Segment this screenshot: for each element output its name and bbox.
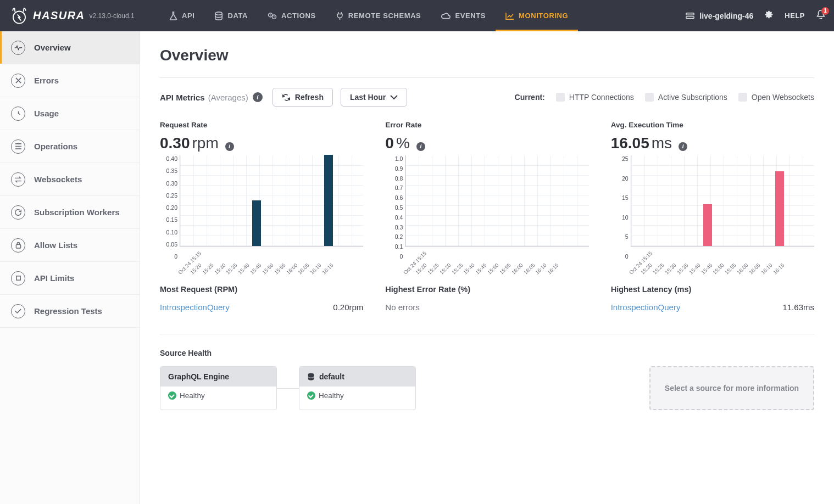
check-circle-icon (168, 391, 176, 400)
chevron-down-icon (390, 95, 398, 100)
source-db-card[interactable]: default Healthy (299, 366, 416, 410)
current-label: Current: (515, 93, 545, 102)
operation-value: 11.63ms (782, 303, 814, 312)
sidebar-item-overview[interactable]: Overview (0, 31, 140, 64)
sidebar-item-operations[interactable]: Operations (0, 130, 140, 163)
metric-title: Request Rate (160, 121, 363, 129)
refresh-icon (11, 205, 25, 220)
cloud-icon (441, 12, 451, 20)
database-icon (307, 373, 315, 381)
time-range-select[interactable]: Last Hour (341, 88, 407, 107)
nav-label: DATA (227, 12, 248, 20)
metric-value: 0 (385, 135, 394, 152)
project-selector[interactable]: live-gelding-46 (685, 12, 753, 20)
source-engine-card[interactable]: GraphQL Engine Healthy (160, 366, 277, 410)
database-icon (214, 12, 223, 20)
flask-icon (169, 12, 177, 20)
clock-icon (11, 107, 25, 121)
sidebar-label: Overview (34, 43, 71, 52)
svg-rect-6 (686, 13, 694, 15)
checkbox-icon (738, 93, 747, 102)
notif-count: 1 (821, 7, 829, 15)
lock-icon (11, 238, 25, 253)
chart-request-rate: 0.400.350.300.250.200.150.100.050 Oct 24… (160, 155, 363, 260)
nav-actions[interactable]: ACTIONS (258, 0, 326, 31)
sidebar-item-errors[interactable]: Errors (0, 64, 140, 97)
version-text: v2.13.0-cloud.1 (90, 12, 135, 20)
operation-link[interactable]: IntrospectionQuery (160, 303, 230, 312)
status-text: Healthy (180, 391, 205, 400)
no-errors-text: No errors (385, 303, 588, 312)
metric-request-rate: Request Rate 0.30rpm i 0.400.350.300.250… (160, 121, 363, 312)
info-icon[interactable]: i (416, 142, 425, 151)
nav-monitoring[interactable]: MONITORING (496, 0, 578, 31)
nav-events[interactable]: EVENTS (431, 0, 496, 31)
toggle-http[interactable]: HTTP Connections (556, 93, 634, 102)
svg-rect-9 (16, 276, 20, 280)
notifications-icon[interactable]: 1 (816, 9, 826, 23)
operation-value: 0.20rpm (333, 303, 363, 312)
source-health-row: GraphQL Engine Healthy default Healthy S… (160, 366, 814, 410)
svg-rect-7 (686, 16, 694, 18)
metric-title: Error Rate (385, 121, 588, 129)
sidebar-label: Websockets (34, 175, 82, 184)
sidebar-label: Errors (34, 76, 59, 85)
check-circle-icon (307, 391, 315, 400)
status-text: Healthy (319, 391, 344, 400)
nav-data[interactable]: DATA (204, 0, 258, 31)
list-icon (11, 139, 25, 154)
brand-block: HASURA v2.13.0-cloud.1 (0, 7, 159, 25)
info-icon[interactable]: i (679, 142, 687, 151)
sidebar-item-allow-lists[interactable]: Allow Lists (0, 229, 140, 262)
nav-remote-schemas[interactable]: REMOTE SCHEMAS (326, 0, 431, 31)
toggle-label: Open Websockets (752, 93, 814, 102)
svg-point-5 (274, 16, 275, 17)
sidebar-label: Usage (34, 109, 59, 118)
sidebar: Overview Errors Usage Operations Websock… (0, 31, 140, 504)
source-placeholder: Select a source for more information (649, 366, 814, 410)
time-range-label: Last Hour (350, 93, 386, 102)
sidebar-item-regression-tests[interactable]: Regression Tests (0, 295, 140, 328)
check-icon (11, 304, 25, 318)
toggle-label: HTTP Connections (569, 93, 634, 102)
svg-point-4 (270, 14, 271, 15)
plug-icon (336, 12, 344, 20)
header-right: live-gelding-46 HELP 1 (685, 9, 826, 23)
sidebar-label: Regression Tests (34, 306, 102, 316)
nav-api[interactable]: API (159, 0, 204, 31)
svg-rect-8 (16, 245, 20, 248)
toggle-label: Active Subscriptions (658, 93, 727, 102)
nav-label: REMOTE SCHEMAS (348, 12, 421, 20)
operation-link[interactable]: IntrospectionQuery (611, 303, 681, 312)
source-health-title: Source Health (160, 349, 814, 357)
highest-error-title: Highest Error Rate (%) (385, 285, 588, 294)
refresh-icon (282, 93, 291, 102)
sidebar-item-websockets[interactable]: Websockets (0, 163, 140, 196)
svg-point-1 (215, 12, 222, 14)
chart-up-icon (505, 12, 514, 20)
nav-label: EVENTS (455, 12, 486, 20)
page-title: Overview (160, 47, 814, 64)
sidebar-item-usage[interactable]: Usage (0, 97, 140, 130)
metric-error-rate: Error Rate 0% i 1.00.90.80.70.60.50.40.3… (385, 121, 588, 312)
checkbox-icon (556, 93, 565, 102)
app-header: HASURA v2.13.0-cloud.1 API DATA ACTIONS (0, 0, 834, 31)
sidebar-item-subscription-workers[interactable]: Subscription Workers (0, 196, 140, 229)
sidebar-item-api-limits[interactable]: API Limits (0, 262, 140, 295)
project-name: live-gelding-46 (699, 12, 753, 20)
info-icon[interactable]: i (253, 92, 263, 102)
source-card-header: default (299, 367, 415, 387)
settings-icon[interactable] (764, 10, 774, 21)
help-link[interactable]: HELP (785, 12, 805, 20)
metric-unit: % (396, 135, 410, 152)
nav-label: ACTIONS (281, 12, 316, 20)
checkbox-icon (645, 93, 654, 102)
toggle-websockets[interactable]: Open Websockets (738, 93, 814, 102)
chart-error-rate: 1.00.90.80.70.60.50.40.30.20.10 Oct 24 1… (385, 155, 588, 260)
toggle-subscriptions[interactable]: Active Subscriptions (645, 93, 727, 102)
metric-unit: ms (652, 135, 672, 152)
info-icon[interactable]: i (225, 142, 234, 151)
stop-icon (11, 271, 25, 285)
sidebar-label: API Limits (34, 273, 74, 283)
refresh-button[interactable]: Refresh (273, 88, 333, 107)
